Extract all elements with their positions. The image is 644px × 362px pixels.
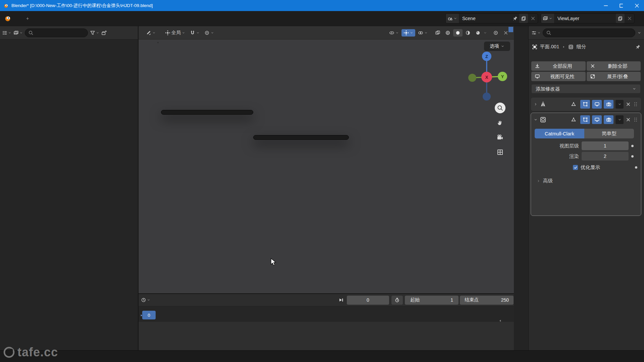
delete-modifier-icon[interactable] bbox=[626, 117, 631, 122]
expand-collapse-button[interactable]: 展开/折叠 bbox=[587, 72, 641, 81]
levels-viewport-field[interactable]: 1 bbox=[582, 141, 629, 150]
expand-chevron-icon[interactable] bbox=[533, 102, 538, 106]
snap-toggle[interactable] bbox=[188, 29, 202, 37]
properties-editor-type-button[interactable] bbox=[531, 30, 541, 36]
scene-name[interactable]: Scene bbox=[459, 16, 511, 21]
outliner-search-input[interactable] bbox=[25, 28, 88, 37]
properties-options-icon[interactable] bbox=[637, 30, 641, 36]
collapse-chevron-icon[interactable] bbox=[534, 117, 538, 122]
realtime-display-toggle[interactable] bbox=[592, 115, 602, 124]
edit-mode-display-toggle[interactable] bbox=[580, 115, 590, 124]
visibility-dropdown[interactable] bbox=[387, 29, 401, 37]
modifier-extras-dropdown[interactable] bbox=[615, 100, 624, 109]
breadcrumb-object[interactable]: 平面.001 bbox=[540, 44, 559, 50]
drag-handle-icon[interactable] bbox=[633, 102, 638, 107]
blender-menu-icon[interactable] bbox=[4, 15, 11, 22]
breadcrumb-modifier[interactable]: 细分 bbox=[576, 44, 586, 50]
transform-orientation-dropdown[interactable]: 全局 bbox=[163, 29, 187, 37]
clock-icon bbox=[141, 297, 146, 303]
properties-tab-strip bbox=[514, 26, 529, 350]
add-menu bbox=[161, 110, 253, 115]
scene-selector[interactable]: Scene bbox=[445, 13, 538, 23]
ortho-grid-widget[interactable] bbox=[495, 147, 505, 158]
outliner-filter-button[interactable] bbox=[90, 30, 99, 36]
proportional-editing-toggle[interactable] bbox=[202, 29, 216, 37]
scene-browse-button[interactable] bbox=[446, 14, 459, 23]
blender-window: Blender* [D:\000-New-工作\00-进行中的课程\合金弹头\H… bbox=[0, 0, 644, 362]
properties-search-input[interactable] bbox=[543, 28, 635, 37]
scene-copy-button[interactable] bbox=[519, 14, 528, 23]
material-preview-icon bbox=[465, 30, 471, 36]
new-collection-button[interactable] bbox=[101, 30, 107, 36]
viewport-extra-icon[interactable] bbox=[491, 29, 500, 37]
shading-solid-button[interactable] bbox=[453, 29, 463, 37]
optimal-display-checkbox[interactable] bbox=[573, 165, 578, 170]
gizmos-toggle[interactable] bbox=[401, 29, 415, 37]
delete-all-button[interactable]: 删除全部 bbox=[587, 61, 641, 71]
timeline-editor-type-button[interactable] bbox=[141, 297, 150, 303]
modifier-mirror-panel bbox=[531, 97, 641, 111]
pin-icon[interactable] bbox=[635, 44, 641, 50]
animate-dot[interactable] bbox=[631, 145, 634, 147]
render-display-toggle[interactable] bbox=[604, 115, 613, 124]
playhead-frame-chip[interactable]: 0 bbox=[142, 311, 156, 319]
shading-material-button[interactable] bbox=[463, 29, 473, 37]
title-bar: Blender* [D:\000-New-工作\00-进行中的课程\合金弹头\H… bbox=[0, 0, 644, 11]
edit-mode-display-toggle[interactable] bbox=[580, 100, 590, 109]
render-display-toggle[interactable] bbox=[604, 100, 613, 109]
advanced-label: 高级 bbox=[543, 178, 553, 184]
frame-end-field[interactable]: 结束点250 bbox=[460, 296, 514, 305]
catmull-clark-option[interactable]: Catmull-Clark bbox=[535, 129, 584, 138]
add-modifier-dropdown[interactable]: 添加修改器 bbox=[531, 84, 641, 94]
timeline-ruler[interactable] bbox=[139, 306, 514, 322]
navigation-gizmo[interactable]: Z Y X bbox=[466, 47, 509, 108]
add-workspace-button[interactable]: + bbox=[22, 13, 33, 24]
animate-dot[interactable] bbox=[631, 155, 634, 158]
solid-icon bbox=[455, 30, 461, 36]
minimize-button[interactable] bbox=[598, 0, 613, 11]
frame-start-field[interactable]: 起始1 bbox=[405, 296, 459, 305]
shading-dropdown-icon[interactable] bbox=[483, 30, 487, 36]
overlays-toggle[interactable] bbox=[416, 29, 430, 37]
zoom-widget[interactable] bbox=[495, 103, 505, 113]
scene-unlink-icon[interactable] bbox=[530, 16, 536, 21]
jump-to-end-button[interactable] bbox=[338, 297, 344, 303]
current-frame-field[interactable]: 0 bbox=[347, 296, 389, 305]
viewport-visibility-button[interactable]: 视图可见性 bbox=[531, 72, 586, 81]
show-in-editmode-toggle[interactable] bbox=[569, 115, 578, 124]
mode-dropdown[interactable] bbox=[144, 29, 158, 37]
viewlayer-copy-button[interactable] bbox=[616, 14, 625, 23]
viewlayer-name[interactable]: ViewLayer bbox=[554, 16, 616, 21]
viewport-3d[interactable]: 全局 选项 bbox=[139, 26, 514, 293]
outliner-editor-type-button[interactable] bbox=[2, 30, 11, 36]
viewport-nav-widgets bbox=[495, 103, 505, 158]
outliner-display-mode-button[interactable] bbox=[13, 30, 23, 36]
viewlayer-browse-button[interactable] bbox=[541, 14, 554, 23]
simple-option[interactable]: 简单型 bbox=[584, 129, 634, 138]
realtime-display-toggle[interactable] bbox=[592, 100, 602, 109]
pan-widget[interactable] bbox=[495, 117, 505, 128]
delete-modifier-icon[interactable] bbox=[626, 102, 631, 107]
xray-toggle[interactable] bbox=[433, 29, 442, 37]
modifier-extras-dropdown[interactable] bbox=[615, 115, 624, 124]
region-splitter-highlight[interactable] bbox=[508, 27, 513, 32]
maximize-button[interactable] bbox=[613, 0, 629, 11]
viewlayer-remove-icon[interactable] bbox=[627, 16, 632, 21]
region-expand-right-icon[interactable] bbox=[498, 318, 502, 323]
shading-rendered-button[interactable] bbox=[473, 29, 483, 37]
shading-wireframe-button[interactable] bbox=[443, 29, 452, 37]
show-in-editmode-toggle[interactable] bbox=[569, 100, 578, 109]
timeline-keyframe-area[interactable] bbox=[139, 322, 514, 351]
use-preview-range-toggle[interactable] bbox=[391, 296, 403, 305]
pin-icon[interactable] bbox=[513, 16, 518, 21]
advanced-subpanel-header[interactable]: 高级 bbox=[537, 178, 553, 184]
close-button[interactable] bbox=[629, 0, 644, 11]
levels-render-field[interactable]: 2 bbox=[582, 152, 629, 161]
viewlayer-selector[interactable]: ViewLayer bbox=[541, 13, 635, 23]
mouse-cursor bbox=[270, 258, 278, 267]
apply-all-button[interactable]: 全部应用 bbox=[531, 61, 586, 71]
outliner-panel bbox=[0, 26, 139, 350]
camera-view-widget[interactable] bbox=[495, 132, 505, 143]
animate-dot[interactable] bbox=[635, 166, 637, 169]
drag-handle-icon[interactable] bbox=[633, 117, 638, 122]
